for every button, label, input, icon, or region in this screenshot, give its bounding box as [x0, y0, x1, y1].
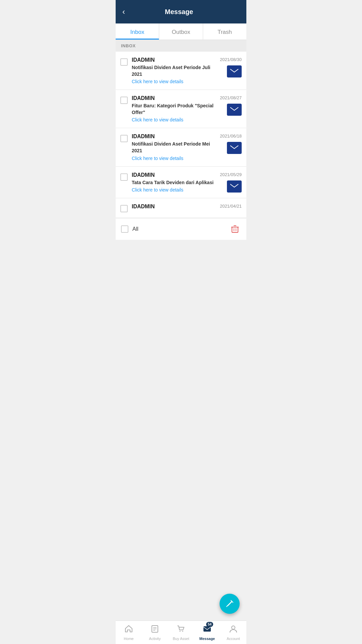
- message-right-2: 2021/08/27: [220, 95, 242, 116]
- nav-message[interactable]: 54 Message: [194, 621, 220, 644]
- mail-icon-1: [227, 65, 242, 77]
- svg-rect-4: [232, 227, 238, 232]
- header: ‹ Message: [116, 0, 246, 23]
- message-date-1: 2021/08/30: [220, 57, 242, 62]
- nav-activity-label: Activity: [149, 637, 161, 641]
- message-subject-1: Notifikasi Dividen Aset Periode Juli 202…: [132, 64, 217, 77]
- nav-activity[interactable]: Activity: [142, 621, 168, 644]
- message-date-3: 2021/06/18: [220, 133, 242, 139]
- nav-home-label: Home: [124, 637, 133, 641]
- message-badge: 54: [206, 622, 213, 627]
- compose-fab[interactable]: [220, 594, 240, 614]
- tab-outbox[interactable]: Outbox: [159, 23, 203, 40]
- message-sender-2: IDADMIN: [132, 95, 217, 101]
- message-sender-1: IDADMIN: [132, 57, 217, 63]
- checkbox-1[interactable]: [120, 58, 128, 66]
- message-sender-4: IDADMIN: [132, 172, 217, 178]
- message-list: IDADMIN Notifikasi Dividen Aset Periode …: [116, 52, 246, 218]
- message-item[interactable]: IDADMIN Tata Cara Tarik Deviden dari Apl…: [116, 167, 246, 199]
- mail-icon-2: [227, 104, 242, 116]
- buy-asset-icon: [177, 625, 185, 635]
- message-content-1: IDADMIN Notifikasi Dividen Aset Periode …: [132, 57, 217, 84]
- nav-home[interactable]: Home: [116, 621, 142, 644]
- select-all-checkbox[interactable]: [121, 225, 128, 233]
- mail-icon-4: [227, 180, 242, 193]
- section-label: INBOX: [116, 40, 246, 52]
- nav-message-label: Message: [199, 637, 215, 641]
- message-item[interactable]: IDADMIN 2021/04/21: [116, 198, 246, 218]
- nav-account-label: Account: [227, 637, 240, 641]
- checkbox-2[interactable]: [120, 97, 128, 104]
- mail-icon-3: [227, 142, 242, 154]
- bottom-nav: Home Activity Buy Asset: [116, 621, 246, 644]
- message-right-1: 2021/08/30: [220, 57, 242, 77]
- activity-icon: [150, 625, 159, 635]
- checkbox-3[interactable]: [120, 135, 128, 142]
- message-item[interactable]: IDADMIN Notifikasi Dividen Aset Periode …: [116, 52, 246, 90]
- bottom-select-bar: All: [116, 218, 246, 240]
- message-item[interactable]: IDADMIN Notifikasi Dividen Aset Periode …: [116, 128, 246, 166]
- message-item[interactable]: IDADMIN Fitur Baru: Kategori Produk "Spe…: [116, 90, 246, 128]
- svg-rect-2: [230, 144, 239, 152]
- message-link-4[interactable]: Click here to view details: [132, 187, 217, 193]
- tab-trash[interactable]: Trash: [203, 23, 246, 40]
- account-icon: [229, 625, 238, 635]
- message-subject-4: Tata Cara Tarik Deviden dari Aplikasi: [132, 179, 217, 186]
- svg-rect-1: [230, 106, 239, 113]
- page-title: Message: [128, 8, 240, 16]
- message-right-3: 2021/06/18: [220, 133, 242, 154]
- tabs-bar: Inbox Outbox Trash: [116, 23, 246, 40]
- svg-point-16: [232, 626, 235, 629]
- message-date-2: 2021/08/27: [220, 95, 242, 100]
- message-badge-wrap: 54: [203, 625, 212, 635]
- message-icon: [203, 626, 212, 635]
- nav-buy-asset[interactable]: Buy Asset: [168, 621, 194, 644]
- svg-point-13: [180, 631, 181, 632]
- message-link-2[interactable]: Click here to view details: [132, 117, 217, 122]
- select-all-wrap: All: [121, 225, 138, 233]
- tab-inbox[interactable]: Inbox: [116, 23, 159, 40]
- message-right-4: 2021/05/29: [220, 172, 242, 193]
- svg-rect-3: [230, 183, 239, 190]
- message-link-1[interactable]: Click here to view details: [132, 79, 217, 84]
- message-content-4: IDADMIN Tata Cara Tarik Deviden dari Apl…: [132, 172, 217, 193]
- svg-point-14: [182, 631, 183, 632]
- nav-buy-asset-label: Buy Asset: [173, 637, 189, 641]
- message-subject-2: Fitur Baru: Kategori Produk "Special Off…: [132, 103, 217, 116]
- message-date-5: 2021/04/21: [220, 204, 242, 209]
- select-all-label: All: [132, 226, 138, 232]
- message-right-5: 2021/04/21: [220, 204, 242, 209]
- message-content-2: IDADMIN Fitur Baru: Kategori Produk "Spe…: [132, 95, 217, 122]
- message-link-3[interactable]: Click here to view details: [132, 156, 217, 161]
- message-date-4: 2021/05/29: [220, 172, 242, 177]
- back-button[interactable]: ‹: [122, 7, 128, 16]
- checkbox-4[interactable]: [120, 173, 128, 181]
- delete-button[interactable]: [229, 223, 241, 235]
- message-sender-3: IDADMIN: [132, 133, 217, 140]
- checkbox-5[interactable]: [120, 205, 128, 212]
- svg-rect-0: [230, 68, 239, 75]
- message-content-5: IDADMIN: [132, 204, 217, 211]
- nav-account[interactable]: Account: [220, 621, 246, 644]
- svg-rect-15: [203, 626, 211, 632]
- message-content-3: IDADMIN Notifikasi Dividen Aset Periode …: [132, 133, 217, 161]
- message-subject-3: Notifikasi Dividen Aset Periode Mei 2021: [132, 141, 217, 154]
- home-icon: [124, 625, 133, 635]
- message-sender-5: IDADMIN: [132, 204, 217, 210]
